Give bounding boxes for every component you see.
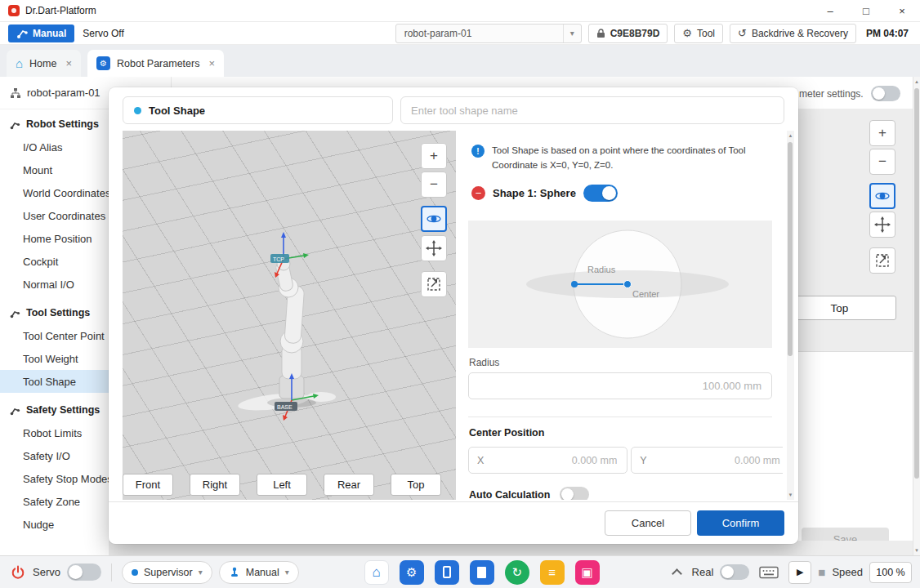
zoom-out-button[interactable]: − [869,149,895,175]
app-pendant-icon[interactable] [435,560,459,585]
app-dock: ⌂ ⚙ ↻ ≡ ▣ [364,560,600,585]
rotate-view-button[interactable] [421,206,447,232]
servo-toggle[interactable] [67,564,101,581]
scrollbar-thumb[interactable] [914,88,919,479]
manual-mode-label: Manual [33,28,66,39]
tab-robot-parameters-label: Robot Parameters [117,58,199,69]
maximize-button[interactable]: □ [848,0,884,22]
orbit-rotate-icon [874,188,891,204]
base-label: BASE [277,404,293,410]
info-note: ! Tool Shape is based on a point where t… [471,144,781,173]
scrollbar-thumb[interactable] [788,142,793,356]
app-sync-icon[interactable]: ↻ [505,560,529,585]
auto-calculation-toggle[interactable] [560,487,589,500]
document-icon [477,567,486,578]
confirm-button[interactable]: Confirm [697,510,784,536]
tab-home-label: Home [29,58,56,69]
scroll-up-icon[interactable]: ▲ [787,133,794,138]
app-window: Dr.Dart-Platform – □ × Manual Servo Off … [0,0,920,588]
tool-shape-name-input[interactable] [400,96,784,124]
view-rear-button[interactable]: Rear [324,474,374,496]
app-tasks-icon[interactable]: ≡ [540,560,565,585]
section-label: Safety Settings [26,404,100,416]
stop-button[interactable]: ■ [818,565,825,579]
scroll-up-icon[interactable]: ▲ [913,79,920,84]
app-home-icon[interactable]: ⌂ [364,560,389,585]
param-file-select[interactable]: robot-param-01 ▾ [395,24,582,43]
mode-select-value: Manual [246,567,279,578]
background-top-view-button[interactable]: Top [783,296,896,320]
zoom-in-button[interactable]: + [869,120,895,146]
minimize-button[interactable]: – [812,0,848,22]
app-document-icon[interactable] [470,560,494,585]
tool-button-label: Tool [697,28,715,39]
pan-arrows-icon [426,240,442,256]
close-icon[interactable]: × [65,57,72,69]
manual-mode-button[interactable]: Manual [8,24,74,42]
pan-view-button[interactable] [421,235,447,261]
center-x-input[interactable] [484,454,619,467]
power-icon[interactable] [10,564,26,581]
cancel-button[interactable]: Cancel [605,510,691,536]
view-front-button[interactable]: Front [123,474,173,496]
backdrive-label: Backdrive & Recovery [752,28,848,39]
view-right-button[interactable]: Right [190,474,240,496]
tabbar: ⌂ Home × ⚙ Robot Parameters × [0,45,920,77]
background-settings-row: meter settings. [799,86,900,101]
section-label: Tool Settings [26,307,90,318]
rotate-view-button[interactable] [869,183,895,209]
view-preset-buttons: Front Right Left Rear Top [123,474,441,496]
view-top-button[interactable]: Top [391,474,441,496]
center-position-fields: X Y Z [468,447,772,474]
y-axis-label: Y [640,455,646,466]
main-scrollbar[interactable]: ▲ ▼ [913,77,920,555]
blue-dot-icon [134,107,141,114]
play-button[interactable]: ▶ [788,561,811,584]
shape-enable-toggle[interactable] [583,185,618,202]
center-y-input[interactable] [647,454,782,467]
close-button[interactable]: × [884,0,920,22]
zoom-out-button[interactable]: − [421,172,447,198]
lock-icon [596,29,605,38]
scroll-down-icon[interactable]: ▼ [913,548,920,553]
3d-viewport[interactable]: TCP BASE + − [123,131,456,500]
settings-toggle[interactable] [871,86,900,101]
keyboard-icon[interactable] [759,565,779,580]
fit-to-view-icon [426,276,442,292]
radius-input[interactable] [468,372,772,399]
gear-icon: ⚙ [682,27,692,39]
zoom-in-button[interactable]: + [421,143,447,169]
app-settings-icon[interactable]: ⚙ [400,560,424,585]
backdrive-recovery-button[interactable]: ↺ Backdrive & Recovery [730,24,856,43]
servo-status-text: Servo Off [83,28,123,39]
close-icon[interactable]: × [208,57,215,69]
view-left-button[interactable]: Left [257,474,307,496]
role-select[interactable]: Supervisor ▾ [122,561,212,584]
role-select-value: Supervisor [144,567,193,578]
sidebar-title: robot-param-01 [27,87,100,99]
fit-to-view-icon [874,252,891,269]
collapse-dock-icon[interactable] [672,568,682,579]
auto-calculation-label: Auto Calculation [469,489,550,501]
diagram-radius-label: Radius [587,265,616,274]
robot-arm-icon [16,28,28,39]
fit-view-button[interactable] [869,247,895,274]
pan-view-button[interactable] [869,212,895,238]
tab-home[interactable]: ⌂ Home × [7,50,81,77]
speed-value-box[interactable]: 100 % [869,562,912,583]
real-toggle[interactable] [720,564,749,580]
home-icon: ⌂ [16,56,23,70]
remove-shape-icon[interactable]: − [471,186,485,200]
mode-select[interactable]: Manual ▾ [219,561,299,584]
tool-button[interactable]: ⚙ Tool [674,24,723,43]
panel-scrollbar[interactable]: ▲ ▼ [787,131,794,500]
app-monitor-icon[interactable]: ▣ [575,560,600,585]
section-label: Robot Settings [26,118,99,130]
fit-view-button[interactable] [421,271,447,297]
diagram-center-label: Center [632,289,659,299]
robot-3d-render: TCP BASE [123,131,456,500]
statusbar: Servo Supervisor ▾ Manual ▾ ⌂ ⚙ ↻ ≡ ▣ Re… [0,555,920,588]
robot-icon [10,405,20,416]
scroll-down-icon[interactable]: ▼ [787,492,794,497]
tab-robot-parameters[interactable]: ⚙ Robot Parameters × [87,50,224,77]
